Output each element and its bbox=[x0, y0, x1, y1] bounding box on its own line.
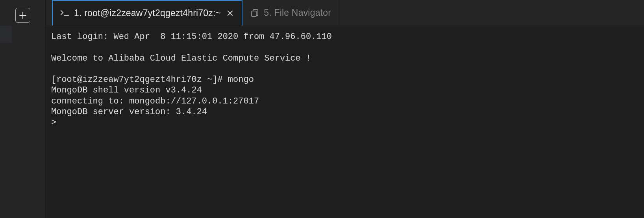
plus-icon bbox=[19, 12, 26, 19]
terminal-line: Last login: Wed Apr 8 11:15:01 2020 from… bbox=[51, 32, 332, 42]
close-icon[interactable] bbox=[227, 10, 233, 16]
new-tab-button[interactable] bbox=[15, 8, 30, 23]
sidebar-indent-bar bbox=[0, 26, 12, 43]
tab-file-navigator[interactable]: 5. File Navigator bbox=[242, 0, 340, 26]
terminal-line: [root@iz2zeaw7yt2qgezt4hri70z ~]# mongo bbox=[51, 75, 254, 85]
terminal-output[interactable]: Last login: Wed Apr 8 11:15:01 2020 from… bbox=[46, 26, 644, 218]
terminal-line: MongoDB shell version v3.4.24 bbox=[51, 85, 202, 95]
tab-terminal-active[interactable]: 1. root@iz2zeaw7yt2qgezt4hri70z:~ bbox=[52, 0, 242, 26]
sidebar bbox=[0, 0, 46, 218]
terminal-line: MongoDB server version: 3.4.24 bbox=[51, 107, 207, 117]
terminal-icon bbox=[61, 10, 69, 17]
app-root: 1. root@iz2zeaw7yt2qgezt4hri70z:~ 5. Fil… bbox=[0, 0, 644, 218]
copy-icon bbox=[250, 9, 259, 17]
terminal-line: > bbox=[51, 118, 56, 127]
svg-rect-1 bbox=[252, 11, 256, 17]
terminal-line: Welcome to Alibaba Cloud Elastic Compute… bbox=[51, 54, 311, 63]
tab-bar: 1. root@iz2zeaw7yt2qgezt4hri70z:~ 5. Fil… bbox=[46, 0, 644, 26]
terminal-line: connecting to: mongodb://127.0.0.1:27017 bbox=[51, 96, 259, 106]
tab-terminal-label: 1. root@iz2zeaw7yt2qgezt4hri70z:~ bbox=[74, 8, 221, 18]
main-area: 1. root@iz2zeaw7yt2qgezt4hri70z:~ 5. Fil… bbox=[46, 0, 644, 218]
tab-file-navigator-label: 5. File Navigator bbox=[264, 7, 331, 18]
